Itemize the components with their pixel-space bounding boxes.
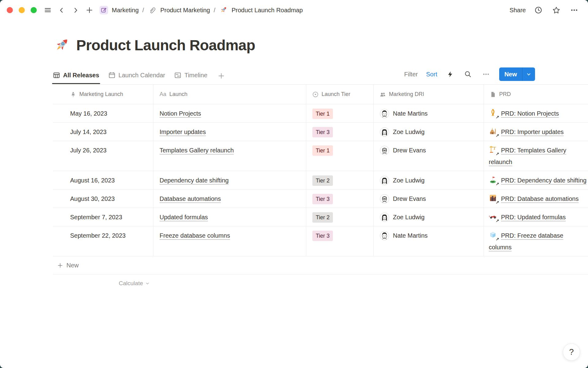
tab-timeline[interactable]: Timeline bbox=[174, 72, 207, 84]
cell-launch-tier[interactable]: Tier 2 bbox=[306, 171, 374, 189]
cell-prd[interactable]: ↗PRD: Templates Gallery relaunch bbox=[484, 141, 588, 171]
breadcrumb-label: Product Launch Roadmap bbox=[232, 7, 303, 14]
calculate-row: Calculate bbox=[53, 274, 588, 292]
prd-page-link[interactable]: ↗PRD: Freeze database columns bbox=[489, 232, 563, 251]
cell-marketing-launch[interactable]: September 7, 2023 bbox=[53, 208, 153, 226]
cell-prd[interactable]: ↗PRD: Dependency date shifting bbox=[484, 171, 588, 189]
dri-name: Drew Evans bbox=[393, 144, 426, 156]
breadcrumb-item-marketing[interactable]: Marketing bbox=[99, 6, 139, 15]
launch-date: August 30, 2023 bbox=[70, 195, 115, 202]
prd-page-link[interactable]: ↗PRD: Updated formulas bbox=[489, 214, 566, 220]
prd-page-link[interactable]: ↗PRD: Dependency date shifting bbox=[489, 177, 586, 184]
cell-prd[interactable]: ↗PRD: Importer updates bbox=[484, 123, 588, 141]
prd-page-link[interactable]: ↗PRD: Database automations bbox=[489, 195, 579, 202]
cell-launch-tier[interactable]: Tier 3 bbox=[306, 190, 374, 208]
launch-page-link[interactable]: Dependency date shifting bbox=[160, 177, 229, 184]
fullscreen-window-button[interactable] bbox=[31, 7, 37, 13]
cell-prd[interactable]: ↗PRD: Database automations bbox=[484, 190, 588, 208]
cell-launch[interactable]: Updated formulas bbox=[153, 208, 306, 226]
favorite-star-icon[interactable] bbox=[551, 5, 562, 16]
prd-page-link[interactable]: ↗PRD: Templates Gallery relaunch bbox=[489, 147, 566, 165]
cell-marketing-launch[interactable]: May 16, 2023 bbox=[53, 104, 153, 122]
cell-launch-tier[interactable]: Tier 1 bbox=[306, 104, 374, 122]
new-button-label[interactable]: New bbox=[499, 71, 522, 78]
column-header-launch[interactable]: Aa Launch bbox=[153, 85, 306, 104]
cell-launch[interactable]: Database automations bbox=[153, 190, 306, 208]
dri-name: Nate Martins bbox=[393, 108, 428, 119]
column-header-marketing-dri[interactable]: Marketing DRI bbox=[374, 85, 484, 104]
more-options-icon[interactable] bbox=[569, 5, 579, 15]
cell-marketing-dri[interactable]: Drew Evans bbox=[374, 141, 484, 171]
help-button[interactable]: ? bbox=[563, 343, 580, 361]
tier-badge: Tier 3 bbox=[312, 127, 333, 137]
cell-marketing-launch[interactable]: July 14, 2023 bbox=[53, 123, 153, 141]
launch-date: September 7, 2023 bbox=[70, 214, 122, 220]
launch-page-link[interactable]: Database automations bbox=[160, 195, 221, 202]
cell-marketing-dri[interactable]: Nate Martins bbox=[374, 226, 484, 256]
launch-page-link[interactable]: Templates Gallery relaunch bbox=[160, 147, 234, 154]
page-title[interactable]: Product Launch Roadmap bbox=[76, 36, 255, 55]
cell-launch[interactable]: Freeze database columns bbox=[153, 226, 306, 256]
cell-launch-tier[interactable]: Tier 3 bbox=[306, 123, 374, 141]
cell-prd[interactable]: ↗PRD: Notion Projects bbox=[484, 104, 588, 122]
cell-launch[interactable]: Templates Gallery relaunch bbox=[153, 141, 306, 171]
breadcrumb-item-product-launch-roadmap[interactable]: Product Launch Roadmap bbox=[219, 6, 303, 15]
sidebar-menu-icon[interactable] bbox=[43, 5, 53, 15]
cell-marketing-dri[interactable]: Zoe Ludwig bbox=[374, 123, 484, 141]
tier-badge: Tier 3 bbox=[312, 231, 333, 241]
cell-launch-tier[interactable]: Tier 1 bbox=[306, 141, 374, 171]
add-view-plus-icon[interactable] bbox=[217, 71, 226, 84]
page-icon-rocket[interactable] bbox=[53, 36, 71, 54]
dri-name: Zoe Ludwig bbox=[393, 126, 424, 138]
dri-name: Zoe Ludwig bbox=[393, 211, 424, 223]
prd-page-link[interactable]: ↗PRD: Importer updates bbox=[489, 128, 564, 135]
prd-page-link[interactable]: ↗PRD: Notion Projects bbox=[489, 110, 559, 117]
tab-launch-calendar[interactable]: Launch Calendar bbox=[108, 72, 165, 84]
updates-clock-icon[interactable] bbox=[533, 5, 544, 15]
table-row: July 26, 2023 Templates Gallery relaunch… bbox=[53, 141, 588, 171]
cell-marketing-dri[interactable]: Nate Martins bbox=[374, 104, 484, 122]
filter-button[interactable]: Filter bbox=[404, 71, 418, 78]
cell-marketing-launch[interactable]: August 16, 2023 bbox=[53, 171, 153, 189]
cell-marketing-dri[interactable]: Zoe Ludwig bbox=[374, 171, 484, 189]
tab-all-releases[interactable]: All Releases bbox=[53, 72, 99, 84]
share-button[interactable]: Share bbox=[510, 7, 526, 14]
back-button[interactable] bbox=[57, 6, 66, 15]
cell-launch-tier[interactable]: Tier 3 bbox=[306, 226, 374, 256]
column-header-launch-tier[interactable]: Launch Tier bbox=[306, 85, 374, 104]
link-arrow-icon: ↗ bbox=[496, 115, 499, 119]
launch-page-link[interactable]: Freeze database columns bbox=[160, 232, 230, 239]
breadcrumb-item-product-marketing[interactable]: Product Marketing bbox=[148, 6, 210, 15]
new-tab-plus-icon[interactable] bbox=[85, 5, 94, 15]
new-row-button[interactable]: New bbox=[53, 256, 588, 274]
cell-launch[interactable]: Importer updates bbox=[153, 123, 306, 141]
calculate-button[interactable]: Calculate bbox=[53, 280, 153, 287]
automations-bolt-icon[interactable] bbox=[446, 70, 455, 79]
column-header-prd[interactable]: PRD bbox=[484, 85, 588, 104]
cell-launch[interactable]: Dependency date shifting bbox=[153, 171, 306, 189]
chevron-down-icon[interactable] bbox=[522, 71, 535, 77]
launch-page-link[interactable]: Notion Projects bbox=[160, 110, 201, 117]
cell-marketing-launch[interactable]: August 30, 2023 bbox=[53, 190, 153, 208]
minimize-window-button[interactable] bbox=[19, 7, 25, 13]
column-header-marketing-launch[interactable]: Marketing Launch bbox=[53, 85, 153, 104]
launch-page-link[interactable]: Updated formulas bbox=[160, 214, 208, 220]
cell-prd[interactable]: ↗PRD: Updated formulas bbox=[484, 208, 588, 226]
cell-prd[interactable]: ↗PRD: Freeze database columns bbox=[484, 226, 588, 256]
sort-button[interactable]: Sort bbox=[426, 71, 437, 78]
forward-button[interactable] bbox=[71, 6, 80, 15]
cell-marketing-launch[interactable]: September 22, 2023 bbox=[53, 226, 153, 256]
search-icon[interactable] bbox=[463, 69, 473, 79]
cell-marketing-dri[interactable]: Zoe Ludwig bbox=[374, 208, 484, 226]
view-more-icon[interactable] bbox=[481, 69, 491, 79]
new-button[interactable]: New bbox=[499, 67, 535, 81]
launch-date: May 16, 2023 bbox=[70, 110, 107, 117]
close-window-button[interactable] bbox=[7, 7, 13, 13]
tab-label: Timeline bbox=[184, 72, 207, 79]
cell-launch-tier[interactable]: Tier 2 bbox=[306, 208, 374, 226]
avatar bbox=[380, 231, 389, 240]
cell-marketing-dri[interactable]: Drew Evans bbox=[374, 190, 484, 208]
cell-marketing-launch[interactable]: July 26, 2023 bbox=[53, 141, 153, 171]
cell-launch[interactable]: Notion Projects bbox=[153, 104, 306, 122]
launch-page-link[interactable]: Importer updates bbox=[160, 128, 206, 135]
